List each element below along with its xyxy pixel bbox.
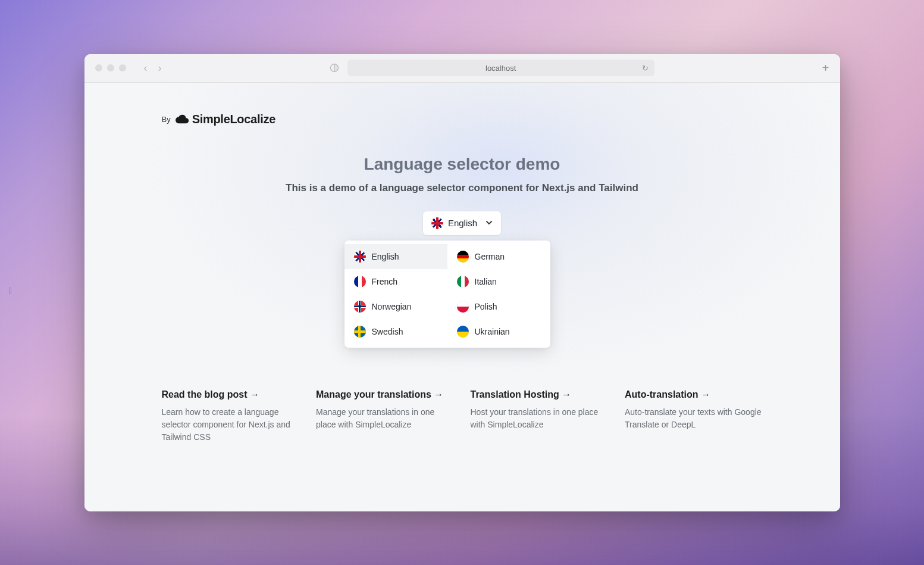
refresh-icon[interactable]: ↻ bbox=[642, 64, 649, 73]
card-description: Auto-translate your texts with Google Tr… bbox=[625, 406, 763, 431]
page-title: Language selector demo bbox=[162, 155, 763, 174]
hero: Language selector demo This is a demo of… bbox=[162, 155, 763, 194]
language-selector: English English German French bbox=[162, 211, 763, 348]
new-tab-button[interactable]: + bbox=[822, 61, 829, 75]
card-blog-post: Read the blog post → Learn how to create… bbox=[162, 389, 300, 444]
flag-de-icon bbox=[457, 251, 469, 263]
lang-label: Polish bbox=[475, 302, 497, 311]
card-translation-hosting: Translation Hosting → Host your translat… bbox=[471, 389, 609, 444]
card-description: Host your translations in one place with… bbox=[471, 406, 609, 431]
flag-uk-icon bbox=[431, 217, 443, 229]
background-bird: 𓅯 bbox=[9, 286, 12, 295]
by-label: By bbox=[162, 115, 171, 124]
page-content: By SimpleLocalize Language selector demo… bbox=[84, 83, 840, 511]
brand-name: SimpleLocalize bbox=[192, 113, 275, 126]
lang-option-french[interactable]: French bbox=[344, 269, 447, 294]
brand-logo[interactable]: SimpleLocalize bbox=[176, 113, 275, 126]
url-text: localhost bbox=[486, 64, 516, 73]
reader-mode-icon[interactable] bbox=[330, 63, 339, 73]
window-zoom[interactable] bbox=[119, 64, 126, 71]
flag-ua-icon bbox=[457, 326, 469, 338]
card-description: Manage your translations in one place wi… bbox=[316, 406, 454, 431]
browser-window: ‹ › localhost ↻ + By SimpleLocalize bbox=[84, 54, 840, 511]
brand-byline: By SimpleLocalize bbox=[162, 113, 763, 126]
lang-option-swedish[interactable]: Swedish bbox=[344, 319, 447, 344]
flag-fr-icon bbox=[354, 276, 366, 288]
lang-label: German bbox=[475, 252, 505, 261]
card-title-link[interactable]: Auto-translation → bbox=[625, 389, 763, 400]
forward-button[interactable]: › bbox=[158, 62, 162, 74]
lang-label: Italian bbox=[475, 277, 497, 286]
chevron-down-icon bbox=[486, 218, 493, 228]
lang-label: Ukrainian bbox=[475, 327, 510, 336]
cloud-icon bbox=[176, 114, 189, 124]
lang-option-polish[interactable]: Polish bbox=[447, 294, 550, 319]
back-button[interactable]: ‹ bbox=[144, 62, 148, 74]
card-title-link[interactable]: Manage your translations → bbox=[316, 389, 454, 400]
card-auto-translation: Auto-translation → Auto-translate your t… bbox=[625, 389, 763, 444]
lang-option-german[interactable]: German bbox=[447, 244, 550, 269]
card-manage-translations: Manage your translations → Manage your t… bbox=[316, 389, 454, 444]
lang-option-italian[interactable]: Italian bbox=[447, 269, 550, 294]
selected-language-label: English bbox=[448, 218, 477, 228]
nav-arrows: ‹ › bbox=[144, 62, 162, 74]
flag-no-icon bbox=[354, 301, 366, 313]
window-minimize[interactable] bbox=[107, 64, 114, 71]
window-close[interactable] bbox=[95, 64, 102, 71]
lang-option-ukrainian[interactable]: Ukrainian bbox=[447, 319, 550, 344]
card-title-text: Manage your translations → bbox=[316, 389, 443, 399]
card-title-text: Read the blog post → bbox=[162, 389, 259, 399]
window-controls bbox=[95, 64, 126, 71]
flag-uk-icon bbox=[354, 251, 366, 263]
card-title-link[interactable]: Read the blog post → bbox=[162, 389, 300, 400]
info-cards: Read the blog post → Learn how to create… bbox=[162, 389, 763, 444]
card-title-text: Translation Hosting → bbox=[471, 389, 572, 399]
flag-pl-icon bbox=[457, 301, 469, 313]
language-dropdown: English German French Italian Norwegian bbox=[344, 241, 550, 348]
lang-label: Swedish bbox=[372, 327, 403, 336]
lang-option-english[interactable]: English bbox=[344, 244, 447, 269]
card-title-link[interactable]: Translation Hosting → bbox=[471, 389, 609, 400]
page-subtitle: This is a demo of a language selector co… bbox=[162, 182, 763, 194]
language-select-button[interactable]: English bbox=[422, 211, 502, 236]
lang-label: Norwegian bbox=[372, 302, 412, 311]
url-bar[interactable]: localhost ↻ bbox=[347, 60, 654, 76]
flag-se-icon bbox=[354, 326, 366, 338]
lang-label: French bbox=[372, 277, 398, 286]
flag-it-icon bbox=[457, 276, 469, 288]
card-title-text: Auto-translation → bbox=[625, 389, 710, 399]
browser-toolbar: ‹ › localhost ↻ + bbox=[84, 54, 840, 83]
lang-option-norwegian[interactable]: Norwegian bbox=[344, 294, 447, 319]
lang-label: English bbox=[372, 252, 399, 261]
card-description: Learn how to create a language selector … bbox=[162, 406, 300, 444]
